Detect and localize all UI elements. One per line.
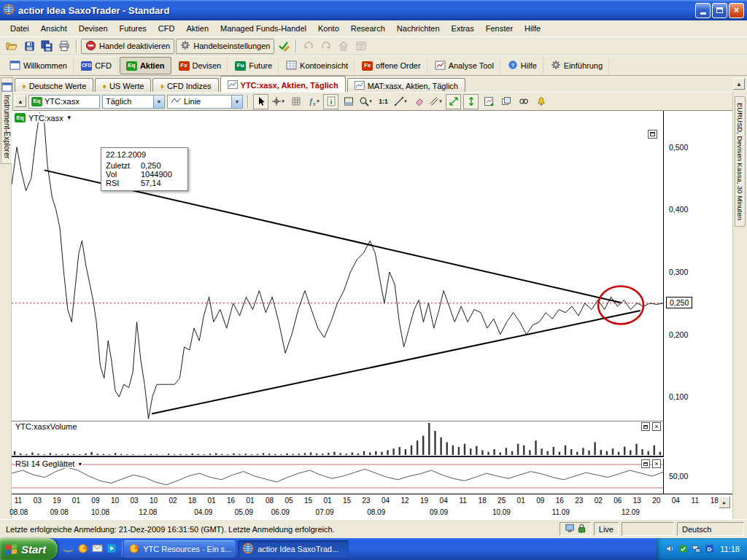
trade-disable-button[interactable]: Handel deaktivieren	[81, 39, 174, 54]
channel-tool-button[interactable]: ▼	[428, 94, 444, 109]
nav-button-aktien[interactable]: EqAktien	[120, 57, 171, 74]
menu-item-datei[interactable]: Datei	[4, 22, 35, 35]
eraser-tool-button[interactable]	[411, 94, 426, 109]
quicklaunch-internet-icon[interactable]: e	[63, 543, 74, 556]
time-axis[interactable]: ▸ 11031901091003100218011601080515011523…	[12, 494, 732, 519]
tab-cfd-indizes[interactable]: ♦CFD Indizes	[152, 78, 218, 92]
restore-window-icon[interactable]	[648, 130, 657, 139]
symbol-input[interactable]	[44, 97, 97, 106]
nav-button-analyse-tool[interactable]: Analyse Tool	[429, 57, 500, 74]
symbol-field[interactable]: Eq	[28, 95, 100, 109]
session-status-cell	[560, 522, 591, 536]
day-tick-label: 18	[711, 497, 719, 505]
menu-item-nachrichten[interactable]: Nachrichten	[391, 22, 446, 35]
chart-icon	[435, 61, 446, 71]
volume-close-icon[interactable]: ×	[652, 422, 661, 431]
month-tick-label: 05.09	[235, 508, 253, 516]
rsi-title-row[interactable]: RSI 14 Geglättet ▼	[15, 459, 82, 468]
overlay-tool-button[interactable]	[498, 94, 514, 109]
chart-tab-icon	[228, 80, 238, 90]
quicklaunch-mail-icon[interactable]	[92, 544, 103, 554]
chart-legend[interactable]: Eq YTC:xasx ▼	[15, 113, 72, 122]
nav-button-kontoeinsicht[interactable]: Kontoeinsicht	[280, 57, 355, 74]
quicklaunch-browser-icon[interactable]	[77, 543, 88, 556]
menu-item-extras[interactable]: Extras	[446, 22, 480, 35]
print-icon[interactable]	[56, 39, 72, 53]
period-select[interactable]: Täglich▼	[102, 95, 165, 109]
grid-tool-button[interactable]	[288, 94, 303, 109]
rsi-canvas[interactable]	[12, 459, 663, 494]
menu-item-fenster[interactable]: Fenster	[480, 22, 519, 35]
rsi-panel[interactable]: RSI 14 Geglättet ▼ ×	[12, 459, 664, 494]
one-to-one-tool-button[interactable]: 1:1	[376, 94, 391, 109]
collapse-panel-button[interactable]: ▲	[15, 96, 26, 107]
nav-button-cfd[interactable]: CFDCFD	[75, 57, 118, 74]
open-folder-icon[interactable]	[4, 39, 20, 53]
taskbar-button-ytc-resources-ein-s[interactable]: YTC Resources - Ein s...	[124, 540, 235, 558]
price-chart-area[interactable]: Eq YTC:xasx ▼ 22.12.2009 Zuletzt0,250Vol…	[12, 111, 664, 421]
language-tray-icon[interactable]: D	[705, 544, 714, 555]
style-select[interactable]: Linie▼	[167, 95, 243, 109]
menu-item-devisen[interactable]: Devisen	[73, 22, 114, 35]
redo-icon	[318, 39, 334, 53]
menu-item-aktien[interactable]: Aktien	[180, 22, 214, 35]
fit-tool-button[interactable]	[446, 94, 461, 109]
tab-ytc-xasx-aktien-täglich[interactable]: YTC:xasx, Aktien, Täglich	[220, 76, 346, 92]
axis-scroll-button[interactable]: ▸	[719, 497, 730, 508]
dock-tool-button[interactable]	[341, 94, 356, 109]
pointer-tool-button[interactable]	[253, 94, 268, 109]
trade-settings-button[interactable]: Handelseinstellungen	[176, 39, 274, 54]
nav-button-devisen[interactable]: FxDevisen	[173, 57, 228, 74]
month-tick-label: 12.09	[622, 508, 640, 516]
network-tray-icon[interactable]	[692, 544, 701, 555]
nav-button-offene-order[interactable]: Fxoffene Order	[356, 57, 427, 74]
tab-deutsche-werte[interactable]: ♦Deutsche Werte	[15, 78, 93, 92]
menu-item-managed-funds-handel[interactable]: Managed Funds-Handel	[214, 22, 312, 35]
tab-scroll-up-button[interactable]: ▲	[733, 78, 745, 90]
price-axis[interactable]: 0,5000,4000,3000,2000,1000,25050,00	[665, 111, 732, 494]
zoom-tool-button[interactable]: ▼	[358, 94, 374, 109]
menu-item-futures[interactable]: Futures	[114, 22, 152, 35]
nav-button-future[interactable]: FuFuture	[229, 57, 279, 74]
day-tick-label: 04	[440, 497, 448, 505]
eurusd-panel-tab[interactable]: EURUSD, Devisen Kassa, 30 Minuten	[735, 96, 746, 227]
speaker-tray-icon[interactable]	[665, 544, 675, 555]
period-value: Täglich	[106, 97, 131, 106]
quicklaunch-media-icon[interactable]	[107, 543, 117, 555]
bell-tool-button[interactable]	[533, 94, 549, 109]
crosshair-tool-button[interactable]: ▼	[271, 94, 286, 109]
check-edit-icon[interactable]	[276, 39, 292, 53]
volume-panel[interactable]: YTC:xasxVolume ×	[12, 421, 664, 457]
menu-item-hilfe[interactable]: Hilfe	[519, 22, 546, 35]
menu-item-ansicht[interactable]: Ansicht	[35, 22, 73, 35]
day-tick-label: 23	[363, 497, 371, 505]
tab-mat-xasx-aktien-täglich[interactable]: MAT:xasx, Aktien, Täglich	[347, 78, 465, 92]
minimize-button[interactable]	[695, 3, 711, 18]
menu-item-konto[interactable]: Konto	[312, 22, 345, 35]
nav-button-willkommen[interactable]: Willkommen	[4, 57, 74, 74]
save-all-icon[interactable]	[39, 39, 55, 53]
nav-label: CFD	[95, 61, 112, 70]
add-panel-tool-button[interactable]	[481, 94, 496, 109]
rsi-close-icon[interactable]: ×	[652, 459, 661, 468]
nav-button-hilfe[interactable]: ?Hilfe	[502, 57, 543, 74]
auto-scale-tool-button[interactable]	[463, 94, 479, 109]
status-tray-icon[interactable]	[678, 544, 688, 555]
rsi-restore-icon[interactable]	[641, 459, 650, 468]
nav-button-einführung[interactable]: Einführung	[545, 57, 609, 74]
menu-item-cfd[interactable]: CFD	[152, 22, 181, 35]
indicator-tool-button[interactable]: ƒx▼	[306, 94, 321, 109]
taskbar-button-actior-idea-saxotrad[interactable]: actior Idea SaxoTrad...	[238, 540, 349, 558]
close-button[interactable]: ×	[729, 3, 744, 18]
save-icon[interactable]	[21, 39, 37, 53]
start-button[interactable]: Start	[0, 538, 58, 560]
link-tool-button[interactable]	[516, 94, 531, 109]
draw-line-tool-button[interactable]: ▼	[393, 94, 409, 109]
menu-item-research[interactable]: Research	[345, 22, 391, 35]
main-toolbar: Handel deaktivierenHandelseinstellungen	[0, 36, 747, 55]
info-tool-button[interactable]: i	[323, 94, 338, 109]
tab-us-werte[interactable]: ♦US Werte	[95, 78, 151, 92]
volume-canvas[interactable]	[12, 421, 663, 456]
maximize-button[interactable]	[712, 3, 727, 18]
volume-restore-icon[interactable]	[641, 422, 650, 431]
